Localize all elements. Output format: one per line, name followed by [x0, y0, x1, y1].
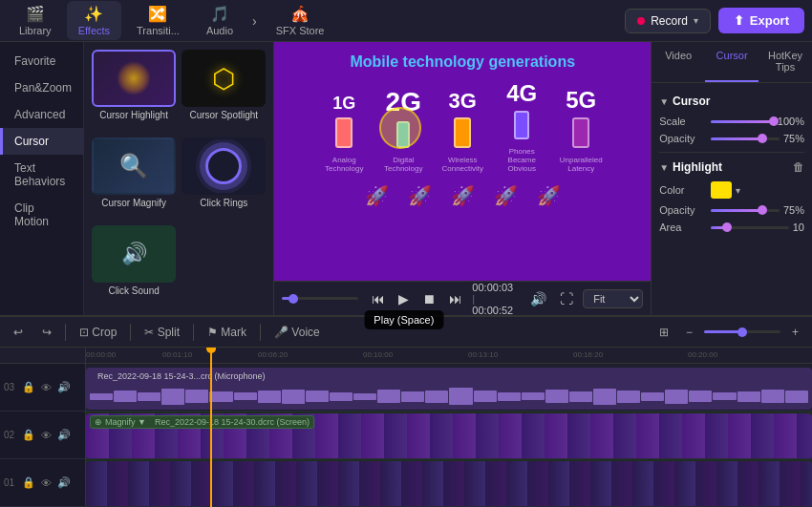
tab-sfx[interactable]: 🎪 SFX Store: [265, 1, 336, 40]
play-button[interactable]: ▶ Play (Space): [395, 289, 413, 308]
tab-effects[interactable]: ✨ Effects: [67, 1, 121, 40]
effects-icon: ✨: [84, 5, 103, 23]
redo-button[interactable]: ↪: [36, 324, 57, 341]
track-02-lock-button[interactable]: 🔒: [21, 428, 36, 442]
track-02-audio-button[interactable]: 🔊: [56, 428, 72, 442]
section-divider: [659, 152, 804, 153]
color-dropdown-icon[interactable]: ▾: [736, 185, 740, 196]
cursor-section-header: ▼ Cursor: [659, 95, 804, 108]
right-tabs: Video Cursor HotKey Tips: [652, 42, 812, 83]
track-02-eye-button[interactable]: 👁: [40, 429, 53, 442]
zoom-fill: [704, 330, 742, 333]
nav-favorite[interactable]: Favorite: [0, 48, 83, 74]
opacity-slider[interactable]: [711, 137, 780, 140]
preview-generations: 1G Analog Technology 2G Digital Technolo…: [320, 80, 605, 173]
tab-transitions[interactable]: 🔀 Transiti...: [125, 1, 191, 40]
highlight-opacity-slider[interactable]: [711, 209, 780, 212]
add-track-button[interactable]: ⊞: [653, 324, 674, 341]
zoom-slider[interactable]: [704, 330, 780, 333]
effect-cursor-highlight[interactable]: Cursor Highlight: [92, 50, 176, 132]
highlight-delete-button[interactable]: 🗑: [793, 160, 804, 174]
export-icon: ⬆: [734, 13, 744, 28]
zoom-out-button[interactable]: −: [680, 324, 698, 341]
crop-button[interactable]: ⊡ Crop: [74, 324, 122, 341]
track-03-lock-button[interactable]: 🔒: [21, 380, 36, 394]
cursor-spotlight-thumb: [182, 50, 266, 107]
tab-cursor[interactable]: Cursor: [705, 42, 759, 82]
effect-cursor-spotlight[interactable]: Cursor Spotlight: [182, 50, 266, 132]
voice-button[interactable]: 🎤 Voice: [268, 324, 326, 341]
transitions-icon: 🔀: [148, 5, 167, 23]
mark-button[interactable]: ⚑ Mark: [202, 324, 252, 341]
record-dot-icon: [637, 17, 645, 25]
volume-button[interactable]: 🔊: [526, 289, 550, 308]
track-03-icons: 🔒 👁 🔊: [21, 380, 72, 394]
preview-progress-bar[interactable]: [282, 297, 358, 300]
cursor-highlight-thumb: [92, 50, 176, 107]
highlight-opacity-row: Opacity 75%: [659, 204, 804, 216]
effects-panel: Favorite Pan&Zoom Advanced Cursor Text B…: [0, 42, 274, 315]
running-figures: 🚀 🚀 🚀 🚀 🚀: [365, 184, 561, 207]
phone-2g: [396, 121, 410, 148]
tab-audio[interactable]: 🎵 Audio: [195, 1, 245, 40]
track-03-audio-button[interactable]: 🔊: [56, 380, 72, 394]
track-01-eye-button[interactable]: 👁: [40, 476, 53, 490]
track-body: 00:00:00 00:01:10 00:06:20 00:10:00 00:1…: [86, 348, 812, 507]
timeline-ruler: 00:00:00 00:01:10 00:06:20 00:10:00 00:1…: [86, 348, 812, 364]
preview-content: Mobile technology generations 1G Analog …: [274, 42, 651, 281]
right-panel: Video Cursor HotKey Tips ▼ Cursor Scale …: [651, 42, 812, 315]
timeline-area: ↩ ↪ ⊡ Crop ✂ Split ⚑ Mark 🎤 Voice ⊞ − + …: [0, 315, 812, 507]
preview-right-controls: 🔊 ⛶ Fit 100% 75%: [526, 289, 643, 308]
color-swatch[interactable]: [711, 181, 732, 199]
undo-button[interactable]: ↩: [8, 324, 29, 341]
track-03-row[interactable]: Rec_2022-09-18 15-24-3...crc (Microphone…: [86, 364, 812, 412]
phone-1g: [335, 117, 353, 148]
more-tabs-icon[interactable]: ›: [248, 10, 261, 32]
scale-thumb: [769, 116, 779, 126]
skip-back-button[interactable]: ⏮: [368, 289, 389, 308]
progress-thumb: [288, 294, 298, 304]
highlight-area-row: Area 10: [659, 222, 804, 233]
nav-advanced[interactable]: Advanced: [0, 101, 83, 128]
magnify-badge: ⊕ Magnify ▼ Rec_2022-09-18 15-24-30.dcrc…: [90, 415, 314, 429]
preview-area: Mobile technology generations 1G Analog …: [274, 42, 651, 281]
nav-text[interactable]: Text Behaviors: [0, 155, 83, 195]
tab-library[interactable]: 🎬 Library: [8, 1, 63, 40]
zoom-in-button[interactable]: +: [786, 324, 804, 341]
cursor-section-arrow: ▼: [659, 96, 669, 107]
effect-click-rings[interactable]: Click Rings: [182, 137, 266, 220]
library-icon: 🎬: [26, 5, 45, 23]
track-01-lock-button[interactable]: 🔒: [21, 475, 36, 490]
cursor-opacity-row: Opacity 75%: [659, 133, 804, 144]
stop-button[interactable]: ⏹: [418, 289, 439, 308]
split-button[interactable]: ✂ Split: [139, 324, 185, 341]
nav-panzoom[interactable]: Pan&Zoom: [0, 74, 83, 101]
nav-cursor[interactable]: Cursor: [0, 128, 83, 155]
effect-click-sound[interactable]: Click Sound: [92, 225, 176, 307]
skip-forward-button[interactable]: ⏭: [445, 289, 466, 308]
gen-1g: 1G Analog Technology: [320, 94, 368, 173]
fullscreen-button[interactable]: ⛶: [556, 289, 577, 308]
track-02-row[interactable]: ⊕ Magnify ▼ Rec_2022-09-18 15-24-30.dcrc…: [86, 412, 812, 459]
ruler-label-spacer: [0, 348, 85, 364]
tab-hotkey-tips[interactable]: HotKey Tips: [759, 42, 812, 82]
track-01-row[interactable]: [86, 459, 812, 507]
opacity-fill: [711, 137, 762, 140]
h-opacity-fill: [711, 209, 762, 212]
fit-select[interactable]: Fit 100% 75%: [583, 289, 643, 308]
record-button[interactable]: Record ▾: [625, 9, 711, 33]
nav-clip[interactable]: Clip Motion: [0, 195, 83, 235]
effect-cursor-magnify[interactable]: Cursor Magnify: [92, 137, 176, 220]
phone-4g: [514, 111, 529, 139]
highlight-section-arrow: ▼: [659, 162, 669, 173]
gen-2g: 2G Digital Technology: [379, 87, 427, 173]
record-dropdown-icon: ▾: [694, 15, 698, 26]
audio-waveform-03: [86, 385, 812, 408]
track-01-audio-button[interactable]: 🔊: [56, 475, 72, 490]
export-button[interactable]: ⬆ Export: [718, 8, 804, 33]
track-03-eye-button[interactable]: 👁: [40, 381, 53, 394]
area-slider[interactable]: [711, 226, 789, 229]
tab-video[interactable]: Video: [652, 42, 705, 82]
track-02-icons: 🔒 👁 🔊: [21, 428, 72, 442]
scale-slider[interactable]: [711, 120, 774, 123]
